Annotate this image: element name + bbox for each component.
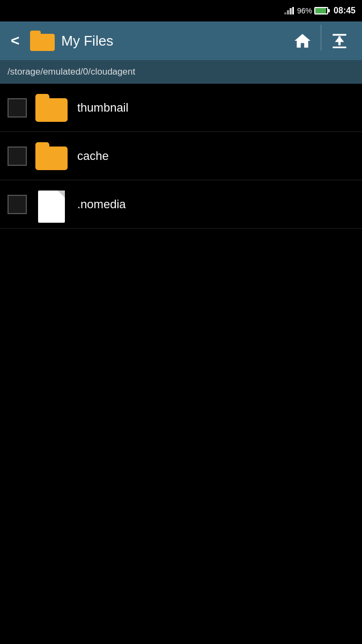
list-item[interactable]: .nomedia bbox=[0, 180, 362, 229]
file-name-cache: cache bbox=[77, 149, 109, 163]
folder-icon-cache bbox=[35, 142, 68, 170]
item-checkbox-cache[interactable] bbox=[8, 147, 27, 166]
svg-rect-8 bbox=[333, 47, 346, 48]
svg-rect-5 bbox=[333, 34, 346, 35]
svg-marker-7 bbox=[335, 36, 344, 42]
list-item[interactable]: thumbnail bbox=[0, 84, 362, 132]
empty-area bbox=[0, 229, 362, 644]
upload-icon bbox=[330, 32, 349, 50]
file-name-nomedia: .nomedia bbox=[77, 197, 126, 211]
battery-percent: 96% bbox=[297, 6, 312, 15]
battery-area: 96% bbox=[297, 6, 328, 15]
action-divider bbox=[321, 25, 321, 50]
battery-icon bbox=[314, 7, 328, 14]
path-bar: /storage/emulated/0/cloudagent bbox=[0, 60, 362, 84]
signal-icon bbox=[284, 7, 294, 14]
svg-marker-3 bbox=[292, 7, 294, 14]
time-display: 08:45 bbox=[334, 6, 356, 16]
current-path: /storage/emulated/0/cloudagent bbox=[8, 67, 135, 77]
svg-marker-0 bbox=[284, 12, 286, 14]
upload-button[interactable] bbox=[323, 25, 356, 57]
home-button[interactable] bbox=[286, 25, 319, 57]
svg-marker-4 bbox=[294, 34, 311, 48]
file-list: thumbnail cache .nomedia bbox=[0, 84, 362, 229]
back-button[interactable]: < bbox=[6, 31, 24, 50]
folder-icon-thumbnail bbox=[35, 94, 68, 122]
item-checkbox-nomedia[interactable] bbox=[8, 195, 27, 214]
app-title: My Files bbox=[61, 33, 280, 49]
header-folder-icon bbox=[30, 31, 55, 51]
svg-marker-1 bbox=[287, 10, 289, 14]
home-icon bbox=[293, 32, 312, 50]
item-checkbox-thumbnail[interactable] bbox=[8, 98, 27, 118]
app-bar: < My Files bbox=[0, 21, 362, 60]
file-icon-nomedia bbox=[35, 186, 68, 223]
status-bar: 96% 08:45 bbox=[0, 0, 362, 21]
list-item[interactable]: cache bbox=[0, 132, 362, 180]
app-bar-actions bbox=[286, 25, 356, 57]
svg-marker-2 bbox=[290, 8, 292, 14]
file-name-thumbnail: thumbnail bbox=[77, 101, 128, 115]
